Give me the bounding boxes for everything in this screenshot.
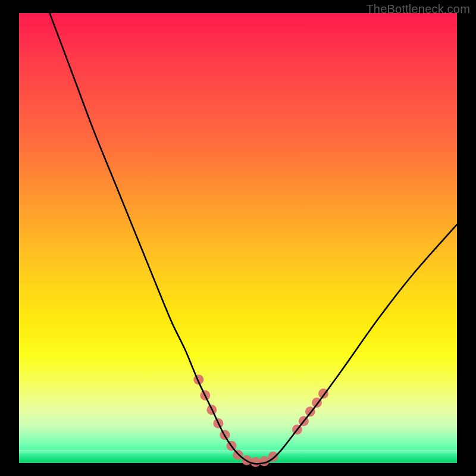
chart-marker bbox=[250, 457, 261, 467]
chart-svg bbox=[19, 13, 457, 463]
chart-marker-layer bbox=[193, 375, 328, 467]
chart-plot-area bbox=[19, 13, 457, 463]
chart-frame: TheBottleneck.com bbox=[0, 0, 476, 476]
watermark-text: TheBottleneck.com bbox=[366, 2, 470, 16]
bottleneck-curve bbox=[50, 13, 458, 464]
